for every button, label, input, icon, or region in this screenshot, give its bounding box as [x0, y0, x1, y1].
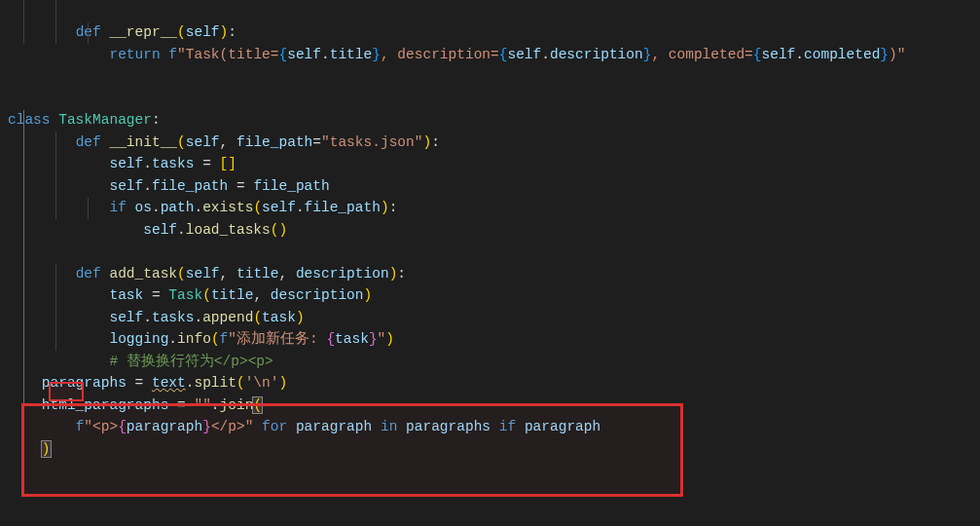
code-line[interactable]: def __init__(self, file_path="tasks.json… — [0, 110, 980, 132]
code-line[interactable]: ) — [0, 417, 980, 439]
blank-line[interactable] — [0, 219, 980, 242]
code-editor[interactable]: def __repr__(self): return f"Task(title=… — [0, 0, 980, 461]
code-line[interactable]: f"<p>{paragraph}</p>" for paragraph in p… — [0, 394, 980, 417]
code-line[interactable]: class TaskManager: — [0, 88, 980, 110]
blank-line[interactable] — [0, 66, 980, 89]
code-line[interactable]: self.tasks.append(task) — [0, 285, 980, 308]
code-line[interactable]: self.file_path = file_path — [0, 154, 980, 176]
code-line[interactable]: return f"Task(title={self.title}, descri… — [0, 22, 980, 45]
code-line[interactable]: paragraphs = text.split('\n') — [0, 351, 980, 373]
code-line[interactable]: self.load_tasks() — [0, 198, 980, 220]
code-line[interactable]: html_paragraphs = "".join( — [0, 373, 980, 395]
code-line[interactable]: logging.info(f"添加新任务: {task}") — [0, 307, 980, 329]
code-line[interactable]: def add_task(self, title, description): — [0, 242, 980, 264]
code-line[interactable]: self.tasks = [] — [0, 132, 980, 154]
code-line[interactable]: if os.path.exists(self.file_path): — [0, 175, 980, 198]
code-line[interactable]: def __repr__(self): — [0, 0, 980, 22]
code-line[interactable]: # 替换换行符为</p><p> — [0, 329, 980, 352]
code-line[interactable]: task = Task(title, description) — [0, 263, 980, 285]
blank-line[interactable] — [0, 44, 980, 66]
blank-line[interactable] — [0, 438, 980, 461]
